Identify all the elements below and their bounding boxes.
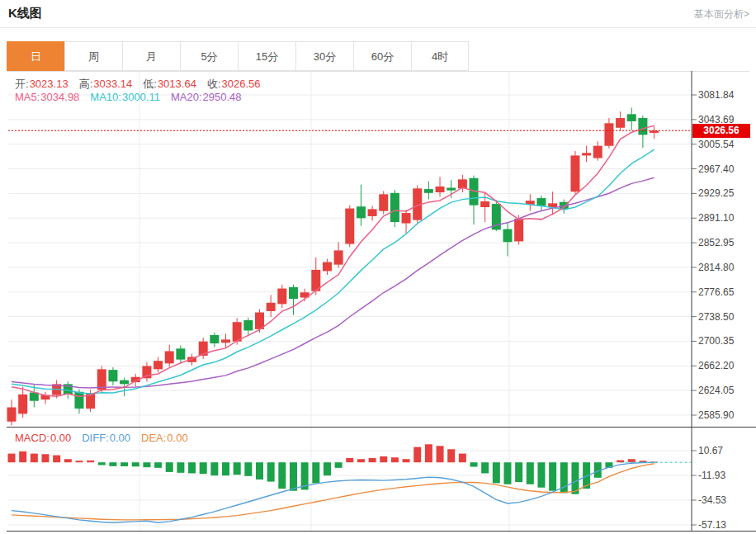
price-axis-label: 2852.95 bbox=[698, 236, 734, 249]
tab-30分[interactable]: 30分 bbox=[295, 41, 353, 71]
price-axis-label: 3005.54 bbox=[698, 138, 734, 151]
legend-value: 3000.11 bbox=[122, 91, 160, 103]
price-axis-label: 2814.80 bbox=[698, 261, 734, 274]
kline-chart-area: 开:3023.13高:3033.14低:3013.64收:3026.56 MA5… bbox=[7, 71, 756, 532]
legend-value: 3034.98 bbox=[40, 91, 79, 103]
price-axis-label: 2929.25 bbox=[698, 187, 734, 200]
legend-value: 0.00 bbox=[50, 432, 71, 444]
tab-日[interactable]: 日 bbox=[7, 41, 64, 71]
tab-5分[interactable]: 5分 bbox=[180, 41, 238, 71]
macd-axis-label: -57.13 bbox=[698, 518, 726, 532]
legend-value: 0.00 bbox=[167, 432, 187, 444]
macd-axis-label: -11.93 bbox=[698, 469, 725, 482]
legend-label: 低: bbox=[143, 78, 157, 90]
price-axis-label: 2967.40 bbox=[698, 163, 734, 176]
legend-label: 高: bbox=[79, 78, 93, 90]
kline-chart-canvas[interactable] bbox=[7, 71, 756, 532]
legend-value: 0.00 bbox=[110, 432, 130, 444]
legend-value: 3026.56 bbox=[222, 78, 261, 90]
price-axis-label: 2738.50 bbox=[698, 310, 734, 324]
legend-value: 3033.14 bbox=[93, 78, 132, 90]
tab-60分[interactable]: 60分 bbox=[353, 41, 411, 71]
legend-label: MA10: bbox=[90, 91, 121, 103]
fundamental-analysis-link[interactable]: 基本面分析> bbox=[694, 7, 749, 21]
page-title: K线图 bbox=[8, 6, 42, 21]
tab-周[interactable]: 周 bbox=[64, 41, 122, 71]
macd-axis-label: -34.53 bbox=[698, 494, 726, 507]
macd-axis-label: 10.67 bbox=[698, 444, 723, 457]
price-axis-label: 3081.84 bbox=[698, 88, 734, 102]
macd-legend: MACD:0.00DIFF:0.00DEA:0.00 bbox=[15, 432, 199, 444]
tab-4时[interactable]: 4时 bbox=[411, 41, 469, 71]
ma-legend: MA5:3034.98MA10:3000.11MA20:2950.48 bbox=[15, 91, 253, 103]
legend-value: 3013.64 bbox=[158, 78, 196, 90]
legend-label: MACD: bbox=[15, 432, 50, 444]
price-axis-label: 2700.35 bbox=[698, 334, 734, 347]
legend-value: 3023.13 bbox=[30, 78, 69, 90]
price-axis-label: 2585.90 bbox=[698, 409, 734, 422]
legend-label: DEA: bbox=[141, 432, 166, 444]
tab-15分[interactable]: 15分 bbox=[238, 41, 295, 71]
tab-月[interactable]: 月 bbox=[122, 41, 180, 71]
price-axis-label: 2624.05 bbox=[698, 384, 734, 397]
legend-label: MA5: bbox=[15, 91, 40, 103]
legend-label: 收: bbox=[207, 78, 221, 90]
price-axis-label: 2662.20 bbox=[698, 359, 734, 372]
ohlc-legend: 开:3023.13高:3033.14低:3013.64收:3026.56 bbox=[15, 77, 272, 92]
price-axis-label: 3043.69 bbox=[698, 113, 734, 126]
legend-value: 2950.48 bbox=[203, 91, 242, 103]
legend-label: 开: bbox=[15, 78, 29, 90]
price-axis-label: 2776.65 bbox=[698, 286, 734, 299]
interval-tab-bar: 日周月5分15分30分60分4时 bbox=[7, 41, 749, 72]
legend-label: MA20: bbox=[171, 91, 202, 103]
legend-label: DIFF: bbox=[82, 432, 109, 444]
page-header: K线图 基本面分析> bbox=[0, 0, 756, 28]
price-axis-label: 2891.10 bbox=[698, 211, 734, 224]
